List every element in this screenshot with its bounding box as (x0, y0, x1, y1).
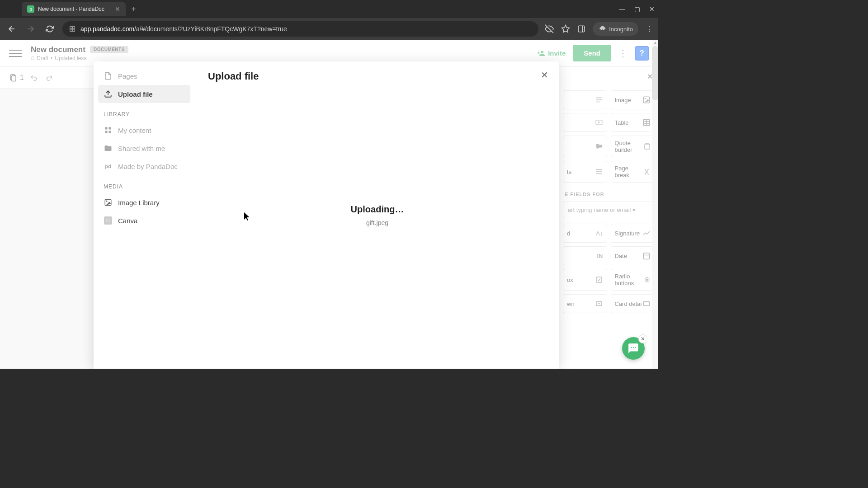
browser-tab[interactable]: p New document - PandaDoc ✕ (22, 2, 126, 16)
back-icon[interactable] (5, 23, 18, 35)
svg-point-35 (633, 347, 634, 348)
incognito-badge[interactable]: Incognito (593, 22, 638, 36)
minimize-icon[interactable]: — (619, 5, 625, 13)
media-section: MEDIA (104, 183, 185, 190)
chat-icon (627, 343, 639, 354)
svg-point-33 (106, 201, 108, 202)
svg-rect-31 (109, 131, 111, 133)
url-box[interactable]: app.pandadoc.com/a/#/documents/2UzYiBKr8… (62, 21, 538, 37)
sidebar-shared: Shared with me (98, 139, 190, 157)
modal-title: Upload file (208, 70, 547, 82)
svg-rect-2 (70, 29, 72, 32)
menu-icon[interactable]: ⋮ (646, 25, 653, 33)
upload-icon (104, 89, 113, 99)
sidebar-pages: Pages (98, 67, 190, 85)
svg-rect-0 (70, 27, 72, 29)
upload-filename: gift.jpeg (351, 219, 404, 226)
reload-icon[interactable] (43, 23, 56, 35)
svg-rect-29 (109, 127, 111, 129)
svg-point-34 (631, 347, 632, 348)
new-tab-button[interactable]: + (127, 3, 141, 16)
svg-point-36 (635, 347, 636, 348)
grid-icon (104, 126, 113, 135)
site-settings-icon (69, 25, 76, 33)
tab-title: New document - PandaDoc (38, 6, 111, 12)
star-icon[interactable] (561, 24, 570, 33)
chat-button[interactable]: ✕ (622, 337, 645, 360)
library-section: LIBRARY (104, 111, 185, 117)
maximize-icon[interactable]: ▢ (634, 5, 640, 13)
pandadoc-icon: pd (104, 162, 113, 171)
tab-close-icon[interactable]: ✕ (115, 5, 120, 13)
forward-icon[interactable] (24, 23, 37, 35)
browser-chrome: p New document - PandaDoc ✕ + — ▢ ✕ (0, 0, 658, 18)
address-bar: app.pandadoc.com/a/#/documents/2UzYiBKr8… (0, 18, 658, 40)
close-window-icon[interactable]: ✕ (649, 5, 655, 13)
upload-status: Uploading… (351, 204, 404, 215)
svg-rect-28 (105, 127, 107, 129)
svg-rect-30 (105, 131, 107, 133)
sidebar-canva[interactable]: C Canva (98, 211, 190, 230)
sidebar-image-library[interactable]: Image Library (98, 193, 190, 211)
svg-rect-5 (578, 26, 585, 32)
sidebar-my-content: My content (98, 121, 190, 139)
incognito-icon (598, 25, 606, 33)
sidebar-upload[interactable]: Upload file (98, 85, 190, 103)
folder-shared-icon (104, 144, 113, 153)
modal-sidebar: Pages Upload file LIBRARY My content Sha… (94, 61, 195, 369)
modal-close-icon[interactable]: ✕ (541, 70, 548, 80)
canva-icon: C (104, 216, 113, 225)
page-icon (104, 71, 113, 80)
panel-icon[interactable] (577, 25, 585, 33)
image-library-icon (104, 198, 113, 207)
svg-rect-1 (73, 27, 75, 29)
favicon: p (27, 5, 34, 13)
url-text: app.pandadoc.com/a/#/documents/2UzYiBKr8… (80, 25, 287, 33)
svg-marker-4 (562, 25, 570, 33)
sidebar-made-by: pd Made by PandaDoc (98, 157, 190, 175)
upload-modal: Pages Upload file LIBRARY My content Sha… (94, 61, 559, 369)
eye-off-icon[interactable] (545, 24, 554, 33)
chat-close-icon[interactable]: ✕ (638, 334, 647, 343)
cursor (244, 212, 251, 221)
svg-rect-3 (73, 29, 75, 32)
